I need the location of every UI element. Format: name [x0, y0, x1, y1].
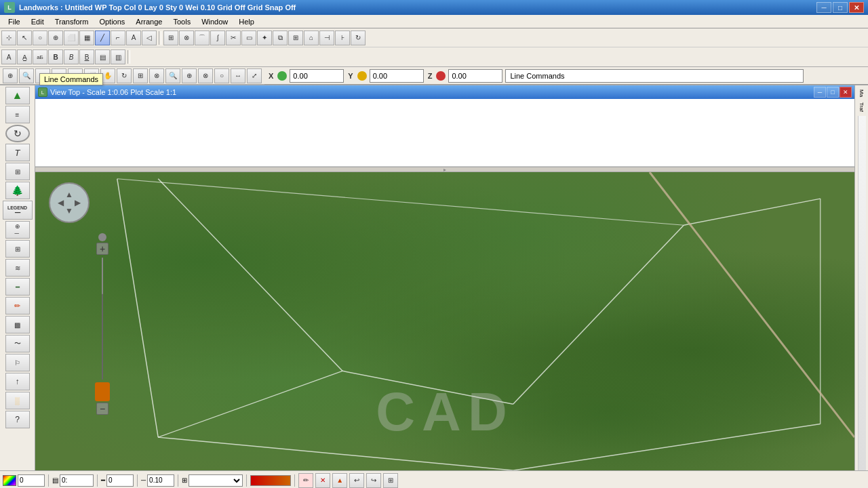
z-input[interactable] [448, 69, 502, 83]
contour-btn[interactable]: ≋ [5, 259, 30, 277]
y-input[interactable] [370, 69, 424, 83]
legend-btn[interactable]: LEGEND ━━ [3, 201, 33, 220]
pen-tool-bottom-btn[interactable]: ✏ [298, 473, 313, 488]
edit-btn[interactable]: ✂ [226, 30, 241, 45]
polyline-btn[interactable]: ⌐ [111, 30, 125, 45]
x-input[interactable] [290, 69, 344, 83]
close-button[interactable]: ✕ [849, 2, 864, 13]
zoom3-btn[interactable]: 🔍 [165, 68, 180, 83]
symbol-btn[interactable]: ✦ [257, 30, 272, 45]
line-commands-btn[interactable]: ╱ [95, 30, 110, 45]
underline2-btn[interactable]: B [79, 49, 94, 64]
zoom-plus-btn[interactable]: + [96, 243, 108, 255]
rotate-btn[interactable]: ↻ [351, 30, 366, 45]
layer-panel-btn[interactable]: ▲ [5, 87, 30, 104]
maximize-button[interactable]: □ [833, 2, 848, 13]
color-swatch[interactable] [3, 475, 16, 486]
nav-widget[interactable]: ▲ ◀▶ ▼ [49, 182, 90, 223]
snap3-btn[interactable]: ⊗ [149, 68, 164, 83]
layers-list-btn[interactable]: ≡ [5, 106, 30, 123]
view-rotate-btn[interactable]: ↻ [5, 125, 30, 142]
zoom-slider[interactable]: + − [95, 233, 110, 415]
snap-btn[interactable]: ⊞ [163, 30, 178, 45]
wave-btn[interactable]: 〜 [5, 335, 30, 352]
bold-btn[interactable]: B [48, 49, 63, 64]
menu-transform[interactable]: Transform [50, 16, 94, 27]
table-btn[interactable]: ⊞ [5, 163, 30, 180]
curve-btn[interactable]: ∫ [210, 30, 225, 45]
dimension-btn[interactable]: ◁ [142, 30, 157, 45]
style-dropdown[interactable] [189, 474, 243, 487]
undo-bottom-btn[interactable]: ↩ [349, 473, 364, 488]
right-scrollbar[interactable] [858, 116, 866, 470]
menu-help[interactable]: Help [233, 16, 260, 27]
layer-btn[interactable]: ▤ [95, 49, 110, 64]
fill-bottom-btn[interactable]: ▲ [332, 473, 347, 488]
text-tool-sidebar-btn[interactable]: T [5, 144, 30, 161]
menu-file[interactable]: File [3, 16, 26, 27]
text-style-btn[interactable]: A [1, 49, 16, 64]
menu-edit[interactable]: Edit [26, 16, 50, 27]
layer-input[interactable] [60, 474, 94, 487]
underline-btn[interactable]: A̲ [17, 49, 32, 64]
text-btn[interactable]: A [126, 30, 141, 45]
hatch-btn[interactable]: ⊞ [288, 30, 303, 45]
redo-bottom-btn[interactable]: ↪ [366, 473, 381, 488]
arrow-select-btn[interactable]: ↖ [17, 30, 32, 45]
pencil-btn[interactable]: ✏ [5, 297, 30, 314]
tree-btn[interactable]: 🌲 [5, 182, 30, 199]
layer2-btn[interactable]: ▥ [111, 49, 125, 64]
nav-extra-btn[interactable]: ⤢ [247, 68, 262, 83]
zoom6-btn[interactable]: ○ [214, 68, 229, 83]
lineweight-input[interactable] [106, 474, 134, 487]
orbit-btn[interactable]: ↻ [117, 68, 132, 83]
zoom4-btn[interactable]: ⊕ [182, 68, 197, 83]
delete-bottom-btn[interactable]: ✕ [315, 473, 330, 488]
menu-window[interactable]: Window [196, 16, 233, 27]
line-color-bar[interactable] [250, 475, 291, 486]
trim-btn[interactable]: ⌂ [304, 30, 319, 45]
pan-btn[interactable]: ⊕ [3, 68, 18, 83]
minimize-button[interactable]: ─ [816, 2, 831, 13]
pan-control[interactable]: ▲ ◀▶ ▼ [49, 182, 90, 223]
circle-btn[interactable]: ○ [33, 30, 47, 45]
pan2-btn[interactable]: ↔ [231, 68, 245, 83]
horizontal-splitter[interactable]: ▸ [35, 167, 854, 172]
line-tool-btn[interactable]: ━ [5, 278, 30, 296]
linescale-input[interactable] [147, 474, 174, 487]
zoom-handle[interactable] [95, 382, 110, 401]
zoom-minus-btn[interactable]: − [96, 403, 108, 415]
right-panel-traffic-item[interactable]: Traf [859, 100, 865, 115]
menu-arrange[interactable]: Arrange [130, 16, 167, 27]
arrow-btn[interactable]: ↑ [5, 373, 30, 390]
zoom-area-btn[interactable]: 🔍 [19, 68, 34, 83]
grid2-btn[interactable]: ⊞ [5, 240, 30, 258]
gradient-btn[interactable]: ░ [5, 392, 30, 409]
arc-btn[interactable]: ⌒ [195, 30, 210, 45]
cross-btn[interactable]: ⊕ [48, 30, 63, 45]
help-btn[interactable]: ? [5, 411, 30, 428]
map-area[interactable]: CAD ▲ ◀▶ ▼ + [35, 172, 854, 470]
grid-bottom-btn[interactable]: ⊞ [383, 473, 398, 488]
extend-btn[interactable]: ⊣ [319, 30, 334, 45]
inner-close-btn[interactable]: ✕ [840, 87, 852, 98]
copy-btn[interactable]: ⧉ [273, 30, 288, 45]
right-panel-map-item[interactable]: Ma [859, 87, 865, 100]
hatch2-btn[interactable]: ▩ [5, 316, 30, 333]
road-btn[interactable]: ⚐ [5, 354, 30, 371]
italic-btn[interactable]: B [64, 49, 79, 64]
rectangle-btn[interactable]: ▭ [241, 30, 256, 45]
size-btn[interactable]: aБ [33, 49, 47, 64]
inner-minimize-btn[interactable]: ─ [814, 87, 826, 98]
scale-btn[interactable]: ⊕─ [5, 221, 30, 239]
menu-tools[interactable]: Tools [167, 16, 196, 27]
snap2-btn[interactable]: ⊗ [179, 30, 194, 45]
color-value-input[interactable] [18, 474, 45, 487]
window-select-btn[interactable]: ⬜ [64, 30, 79, 45]
grid-btn[interactable]: ⊞ [133, 68, 148, 83]
zoom5-btn[interactable]: ⊗ [198, 68, 213, 83]
inner-maximize-btn[interactable]: □ [827, 87, 839, 98]
menu-options[interactable]: Options [94, 16, 130, 27]
select-tool-btn[interactable]: ⊹ [1, 30, 16, 45]
mirror-btn[interactable]: ⊦ [335, 30, 350, 45]
